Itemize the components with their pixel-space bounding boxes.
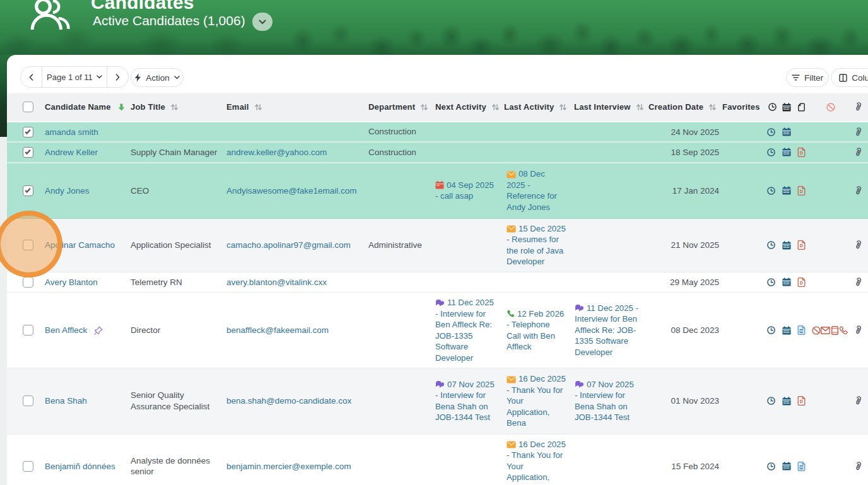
svg-text:D: D [799, 189, 802, 194]
svg-text:W: W [799, 465, 803, 469]
svg-text:W: W [799, 329, 803, 333]
svg-text:D: D [799, 243, 802, 248]
svg-text:D: D [799, 399, 802, 404]
svg-text:D: D [799, 150, 802, 156]
svg-text:D: D [799, 280, 802, 286]
